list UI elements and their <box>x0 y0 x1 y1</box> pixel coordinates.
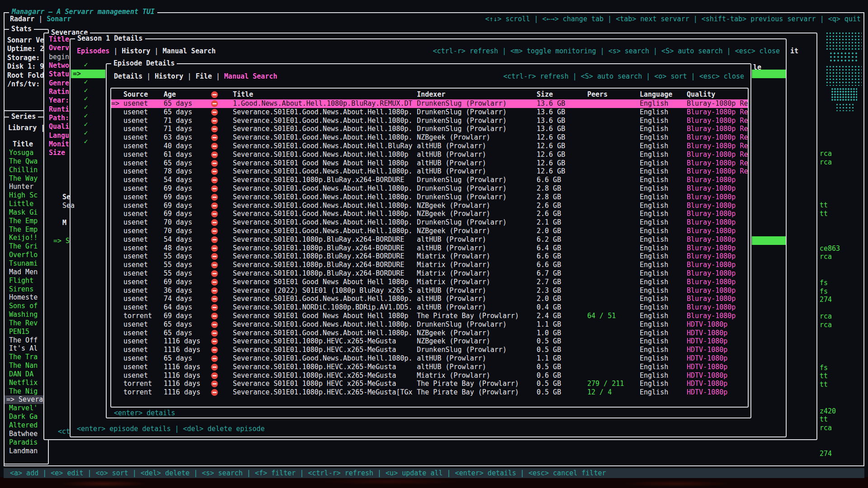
search-result-row[interactable]: usenet65 daysSeverance.S01E01 Good News … <box>111 159 748 168</box>
search-result-row[interactable]: usenet63 daysSeverance.S01E01.Good.News.… <box>111 133 748 142</box>
series-list-item[interactable]: PEN15 <box>5 328 48 336</box>
series-list-item[interactable]: The Tra <box>5 353 48 361</box>
series-list-item[interactable]: Batwhee <box>5 430 48 438</box>
tab-history[interactable]: History <box>155 72 183 80</box>
series-list-item[interactable]: The Nig <box>5 387 48 396</box>
series-list-item[interactable]: The Nan <box>5 361 48 370</box>
series-list-item[interactable]: DAN DA <box>5 370 48 379</box>
search-result-row[interactable]: usenet64 daysSeverance.S01E01.NORDiC.108… <box>111 303 748 312</box>
series-list-item[interactable]: Mask Gi <box>5 208 48 217</box>
search-result-row[interactable]: usenet70 daysSeverance.S01E01.Good.News.… <box>111 227 748 235</box>
cell-title: Severance (2022) S01E01 (1080p BluRay x2… <box>233 286 417 295</box>
search-result-row[interactable]: usenet69 daysSeverance.S01E01.Good.News.… <box>111 202 748 210</box>
series-list-item[interactable]: The Rev <box>5 319 48 328</box>
cell-quality: Bluray-1080p Re <box>687 125 748 133</box>
search-result-row[interactable]: torrent1116 daysSeverance S01E01 1080p H… <box>111 380 748 388</box>
search-result-row[interactable]: =>usenet65 days1.Good.News.About.Hell.10… <box>111 99 748 108</box>
search-result-row[interactable]: usenet1116 daysSeverance.S01E01.1080p.HE… <box>111 346 748 354</box>
tab-file[interactable]: File <box>196 72 212 80</box>
search-result-row[interactable]: usenet55 daysSeverance.S01E01.1080p.BluR… <box>111 252 748 261</box>
cell-language: English <box>640 150 687 159</box>
series-list-item[interactable]: Sons of <box>5 302 48 310</box>
search-result-row[interactable]: torrent69 daysSeverance S01E01 Good News… <box>111 312 748 320</box>
search-result-row[interactable]: usenet65 daysSeverance.S01E01.Good.News.… <box>111 320 748 329</box>
search-result-row[interactable]: usenet40 daysSeverance.S01E01.Good.News.… <box>111 142 748 150</box>
series-list-item[interactable]: The Emp <box>5 217 48 225</box>
search-result-row[interactable]: usenet70 daysSeverance.S01E01.Good.News.… <box>111 218 748 227</box>
cell-quality: HDTV-1080p <box>687 371 748 380</box>
series-list-item[interactable]: Mad Men <box>5 268 48 277</box>
series-list-item[interactable]: The Off <box>5 336 48 345</box>
tab-radarr[interactable]: Radarr <box>10 15 34 23</box>
search-result-row[interactable]: usenet65 daysSeverance.S01E01.Good.News.… <box>111 329 748 338</box>
series-list-item[interactable]: It's Al <box>5 344 48 353</box>
series-list-item[interactable]: Dark Ga <box>5 413 48 421</box>
series-list-item[interactable]: Chillin <box>5 166 48 174</box>
cell-arrow <box>111 269 123 278</box>
tab-episodes[interactable]: Episodes <box>77 47 109 55</box>
series-list-item[interactable]: Yosuga <box>5 149 48 157</box>
series-list-item[interactable]: Little <box>5 200 48 208</box>
search-result-row[interactable]: usenet65 daysSeverance.S01E01.Good.News.… <box>111 108 748 117</box>
series-list-item[interactable]: The Way <box>5 174 48 183</box>
search-result-row[interactable]: usenet1116 daysSeverance.S01E01.1080p.HE… <box>111 363 748 371</box>
series-list-item[interactable]: Flight <box>5 277 48 285</box>
cell-indexer: DrunkenSlug (Prowlarr) <box>417 117 537 125</box>
search-result-row[interactable]: usenet1116 daysSeverance.S01E01.1080p.HE… <box>111 337 748 346</box>
rejected-icon <box>211 91 218 98</box>
library-tab[interactable]: Library | <box>8 124 45 132</box>
series-list-item[interactable]: Sirens <box>5 285 48 294</box>
series-list-item[interactable]: Landman <box>5 447 48 455</box>
no-entry-glyph <box>211 245 218 252</box>
search-result-row[interactable]: usenet36 daysSeverance (2022) S01E01 (10… <box>111 286 748 295</box>
cell-language: English <box>640 99 687 108</box>
search-result-row[interactable]: usenet54 daysSeverance.S01E01.1080p.BluR… <box>111 176 748 184</box>
series-list-item[interactable]: Altered <box>5 421 48 430</box>
series-list-item[interactable]: Marvel' <box>5 404 48 413</box>
series-list-item[interactable]: The Qwa <box>5 157 48 166</box>
search-result-row[interactable]: usenet55 daysSeverance.S01E01.1080p.BluR… <box>111 261 748 269</box>
rejected-icon <box>208 303 233 312</box>
series-list-item[interactable]: Tsunami <box>5 259 48 268</box>
search-result-row[interactable]: usenet65 daysSeverance.S01E01.Good.News.… <box>111 354 748 363</box>
search-result-row[interactable]: usenet71 daysSeverance.S01E01.Good.News.… <box>111 117 748 125</box>
search-result-row[interactable]: usenet69 daysSeverance.S01E01.Good.News.… <box>111 210 748 218</box>
series-list-item[interactable]: Hunter <box>5 183 48 191</box>
search-result-row[interactable]: usenet69 daysSeverance S01E01 Good News … <box>111 278 748 286</box>
search-result-row[interactable]: usenet71 daysSeverance.S01E01.Good.News.… <box>111 125 748 133</box>
tab-history[interactable]: History <box>122 47 150 55</box>
series-list-item[interactable]: Keijo!! <box>5 234 48 242</box>
search-result-row[interactable]: usenet69 daysSeverance.S01E01.Good.News.… <box>111 193 748 202</box>
search-result-row[interactable]: usenet69 daysSeverance.S01E01.Good.News.… <box>111 184 748 193</box>
series-list-item[interactable]: Washing <box>5 310 48 319</box>
series-list-item[interactable]: => Severan <box>5 395 48 404</box>
series-list-item[interactable]: Paradis <box>5 438 48 447</box>
search-result-row[interactable]: usenet1116 daysSeverance.S01E01.1080p.HE… <box>111 371 748 380</box>
series-list-item[interactable]: Overflo <box>5 251 48 259</box>
search-result-row[interactable]: torrent1116 daysSeverance.S01E01.1080p.H… <box>111 388 748 397</box>
search-result-row[interactable]: usenet48 daysSeverance.S01E01.1080p.BluR… <box>111 244 748 253</box>
search-result-row[interactable]: usenet55 daysSeverance.S01E01.1080p.BluR… <box>111 269 748 278</box>
cell-arrow <box>111 210 123 218</box>
series-list-item[interactable]: Netflix <box>5 379 48 387</box>
rejected-icon <box>208 176 233 184</box>
tab-details[interactable]: Details <box>114 72 142 80</box>
series-list-item[interactable]: The Gri <box>5 242 48 251</box>
results-rows[interactable]: =>usenet65 days1.Good.News.About.Hell.10… <box>111 99 748 397</box>
cell-size: 2.8 GB <box>537 193 587 202</box>
cell-source: usenet <box>123 227 164 235</box>
series-list-item[interactable]: High Sc <box>5 191 48 200</box>
search-result-row[interactable]: usenet74 daysSeverance.S01E01.Good.News.… <box>111 295 748 303</box>
cell-age: 69 days <box>164 278 208 286</box>
search-result-row[interactable]: usenet78 daysSeverance.S01E01.Good.News.… <box>111 167 748 176</box>
tab-sonarr[interactable]: Sonarr <box>47 15 71 23</box>
cell-indexer: The Pirate Bay (Prowlarr) <box>417 388 537 397</box>
tab-manual-search[interactable]: Manual Search <box>224 72 277 80</box>
tab-manual-search[interactable]: Manual Search <box>163 47 216 55</box>
search-result-row[interactable]: usenet61 daysSeverance.S01E01.Good.News.… <box>111 150 748 159</box>
series-detail-field-label: Statu <box>49 70 69 79</box>
series-list-item[interactable]: The Emp <box>5 225 48 234</box>
rejected-icon <box>208 142 233 150</box>
series-list-item[interactable]: Homeste <box>5 293 48 302</box>
search-result-row[interactable]: usenet54 daysSeverance.S01E01.1080p.BluR… <box>111 235 748 244</box>
